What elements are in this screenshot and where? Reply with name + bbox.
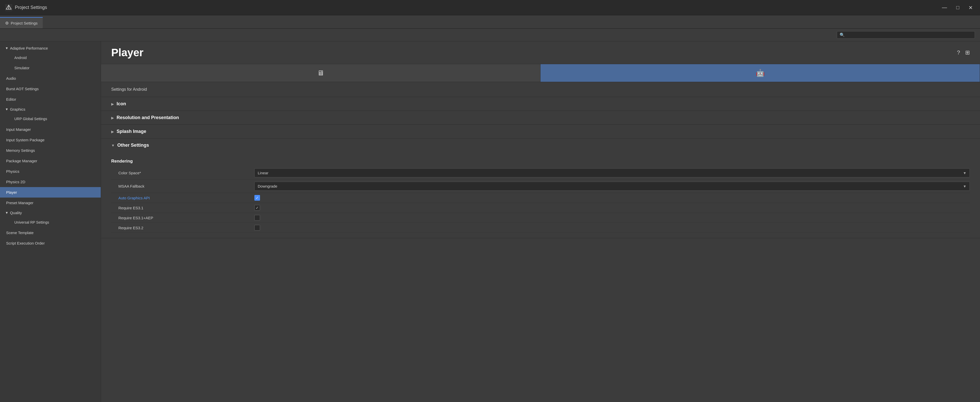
sidebar-item-editor[interactable]: Editor <box>0 94 101 105</box>
require-es31-aep-checkbox[interactable] <box>255 215 260 221</box>
minimize-button[interactable]: — <box>940 3 949 11</box>
search-input[interactable] <box>847 33 972 37</box>
content-header: Player ? ⊞ <box>101 41 980 64</box>
sidebar-item-label: Player <box>6 190 17 195</box>
section-splash-title: Splash Image <box>116 129 146 134</box>
color-space-dropdown[interactable]: Linear ▼ <box>255 168 970 177</box>
require-es31-aep-label: Require ES3.1+AEP <box>111 216 255 220</box>
page-title: Player <box>111 46 143 59</box>
unity-icon <box>5 4 12 11</box>
arrow-down-icon: ▼ <box>5 211 8 215</box>
section-icon: ▶ Icon <box>101 97 980 111</box>
require-es32-value <box>255 225 970 230</box>
section-icon-header[interactable]: ▶ Icon <box>101 97 980 111</box>
sidebar-item-label: Quality <box>10 211 22 215</box>
sidebar-item-physics-2d[interactable]: Physics 2D <box>0 176 101 187</box>
color-space-label: Color Space* <box>111 171 255 175</box>
sidebar-item-label: Scene Template <box>6 230 33 235</box>
section-icon-arrow: ▶ <box>111 102 114 106</box>
require-es31-aep-value <box>255 215 970 221</box>
sidebar-item-label: Script Execution Order <box>6 240 45 246</box>
sidebar-item-label: Input Manager <box>6 127 31 132</box>
sidebar-item-audio[interactable]: Audio <box>0 73 101 84</box>
require-es31-checkbox[interactable] <box>255 205 260 211</box>
sidebar-item-label: Editor <box>6 97 16 102</box>
tab-standalone[interactable]: 🖥 <box>101 64 541 82</box>
tab-project-settings[interactable]: ⚙ Project Settings <box>0 17 43 29</box>
section-resolution-header[interactable]: ▶ Resolution and Presentation <box>101 111 980 124</box>
sidebar-item-label: Preset Manager <box>6 200 33 205</box>
section-splash: ▶ Splash Image <box>101 125 980 138</box>
sidebar-item-label: Input System Package <box>6 137 45 143</box>
sidebar-item-universal-rp[interactable]: Universal RP Settings <box>0 218 101 228</box>
msaa-fallback-label: MSAA Fallback <box>111 184 255 188</box>
close-button[interactable]: ✕ <box>966 3 975 12</box>
require-es31-value <box>255 205 970 211</box>
auto-graphics-api-checkbox-wrap <box>255 195 970 200</box>
sidebar-item-quality[interactable]: ▼ Quality <box>0 208 101 218</box>
content-area: Player ? ⊞ 🖥 🤖 Settings for Android ▶ Ic… <box>101 41 980 402</box>
color-space-selected: Linear <box>258 171 269 175</box>
window-title: Project Settings <box>15 5 47 10</box>
msaa-fallback-value: Downgrade ▼ <box>255 182 970 191</box>
sidebar-item-simulator[interactable]: Simulator <box>0 63 101 73</box>
platform-tabs: 🖥 🤖 <box>101 64 980 82</box>
tab-label: Project Settings <box>11 21 38 25</box>
require-es32-checkbox-wrap <box>255 225 970 230</box>
tab-android[interactable]: 🤖 <box>541 64 980 82</box>
sidebar-item-input-system[interactable]: Input System Package <box>0 135 101 145</box>
sidebar-item-urp-global[interactable]: URP Global Settings <box>0 114 101 124</box>
require-es32-checkbox[interactable] <box>255 225 260 230</box>
sidebar-item-physics[interactable]: Physics <box>0 166 101 176</box>
sidebar-item-package-manager[interactable]: Package Manager <box>0 156 101 166</box>
color-space-value: Linear ▼ <box>255 168 970 177</box>
require-es31-aep-checkbox-wrap <box>255 215 970 221</box>
section-other-header[interactable]: ▼ Other Settings <box>101 138 980 152</box>
require-es31-label: Require ES3.1 <box>111 206 255 210</box>
title-bar-left: Project Settings <box>5 4 47 11</box>
field-auto-graphics-api: Auto Graphics API <box>111 193 970 203</box>
section-resolution: ▶ Resolution and Presentation <box>101 111 980 125</box>
sidebar-item-label: Memory Settings <box>6 148 35 153</box>
monitor-icon: 🖥 <box>317 69 324 77</box>
auto-graphics-api-value <box>255 195 970 200</box>
sidebar-item-label: Universal RP Settings <box>14 220 49 225</box>
restore-button[interactable]: □ <box>954 3 961 11</box>
tab-settings-icon: ⚙ <box>5 21 9 25</box>
require-es32-label: Require ES3.2 <box>111 226 255 230</box>
field-require-es31-aep: Require ES3.1+AEP <box>111 213 970 223</box>
tab-bar: ⚙ Project Settings <box>0 15 980 29</box>
sidebar-item-label: Audio <box>6 76 16 81</box>
auto-graphics-api-checkbox[interactable] <box>255 195 260 200</box>
window-controls: — □ ✕ <box>940 3 975 12</box>
sidebar-item-input-manager[interactable]: Input Manager <box>0 124 101 135</box>
sidebar-item-label: Physics <box>6 168 19 174</box>
section-splash-arrow: ▶ <box>111 130 114 133</box>
sidebar-item-android[interactable]: Android <box>0 53 101 63</box>
auto-graphics-api-label[interactable]: Auto Graphics API <box>111 196 255 200</box>
require-es31-checkbox-wrap <box>255 205 970 211</box>
sidebar-item-memory-settings[interactable]: Memory Settings <box>0 145 101 156</box>
msaa-fallback-dropdown[interactable]: Downgrade ▼ <box>255 182 970 191</box>
sidebar-item-preset-manager[interactable]: Preset Manager <box>0 197 101 208</box>
field-require-es32: Require ES3.2 <box>111 223 970 233</box>
sidebar-item-scene-template[interactable]: Scene Template <box>0 227 101 238</box>
android-icon: 🤖 <box>756 69 765 77</box>
sidebar-item-graphics[interactable]: ▼ Graphics <box>0 105 101 114</box>
layout-button[interactable]: ⊞ <box>965 49 970 56</box>
sidebar-item-label: Adaptive Performance <box>10 46 48 50</box>
section-splash-header[interactable]: ▶ Splash Image <box>101 125 980 138</box>
search-bar: 🔍 <box>0 29 980 41</box>
section-resolution-title: Resolution and Presentation <box>116 115 179 120</box>
sidebar-item-label: Package Manager <box>6 158 37 164</box>
sidebar: ▼ Adaptive Performance Android Simulator… <box>0 41 101 402</box>
sidebar-item-adaptive-performance[interactable]: ▼ Adaptive Performance <box>0 43 101 53</box>
section-icon-title: Icon <box>116 101 126 106</box>
sidebar-item-label: URP Global Settings <box>14 116 47 122</box>
sidebar-item-burst-aot[interactable]: Burst AOT Settings <box>0 84 101 94</box>
sidebar-item-player[interactable]: Player <box>0 187 101 197</box>
section-other-content: Rendering Color Space* Linear ▼ MSAA Fal… <box>101 152 980 238</box>
help-button[interactable]: ? <box>957 49 960 56</box>
field-msaa-fallback: MSAA Fallback Downgrade ▼ <box>111 180 970 193</box>
sidebar-item-script-execution[interactable]: Script Execution Order <box>0 238 101 248</box>
